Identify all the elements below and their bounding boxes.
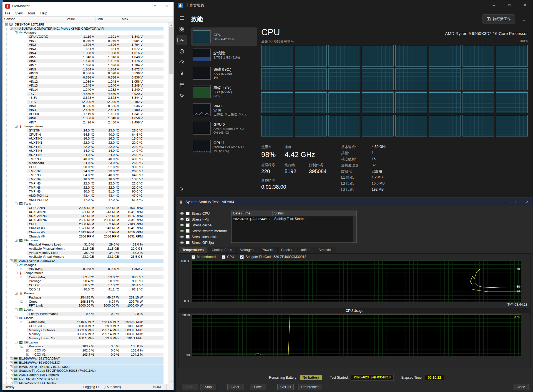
tree-row-sensor[interactable]: PPT Limit1000.00 W1000.00 W1000.00 W: [2, 304, 169, 308]
tree-row-category[interactable]: -Fans: [2, 202, 169, 206]
close-icon[interactable]: ✕: [161, 2, 174, 10]
tree-row-category[interactable]: -Powers: [2, 291, 169, 295]
tree-row-sensor[interactable]: TMPIN364.0 °C40.0 °C64.0 °C: [2, 173, 169, 177]
expand-icon[interactable]: +: [10, 361, 12, 364]
expand-icon[interactable]: +: [21, 321, 23, 323]
tree-row-device[interactable]: -AMD Ryzen 9 9950X3D2: [2, 259, 169, 263]
save-button[interactable]: Save: [250, 384, 266, 390]
log-column-datetime[interactable]: Date / Time: [232, 211, 273, 216]
tree-row-sensor[interactable]: VIN121.056 V1.048 V1.056 V: [2, 80, 169, 84]
tree-row-sensor[interactable]: CPU VCORE1.119 V1.101 V1.341 V: [2, 35, 169, 39]
tree-row-sensor[interactable]: Available Virtual Memory23.2 GB23.1 GB23…: [2, 255, 169, 259]
tree-row-sensor[interactable]: AUXTIN222.0 °C22.0 °C22.0 °C: [2, 145, 169, 149]
tree-row-sensor[interactable]: CPU2000 RPM562 RPM2163 RPM: [2, 222, 169, 226]
collapse-icon[interactable]: -: [15, 341, 17, 343]
tab-unified[interactable]: Unified: [296, 247, 314, 253]
tree-row-sensor[interactable]: Available Physical Mem...21.5 GB21.5 GB2…: [2, 247, 169, 251]
checkbox-checked[interactable]: ✓: [192, 255, 195, 259]
tree-row-device[interactable]: +AMD Radeon(TM) Graphics: [2, 373, 169, 377]
column-value[interactable]: Value: [65, 17, 96, 22]
expand-icon[interactable]: +: [10, 357, 12, 360]
tree-row-sensor[interactable]: Mainboard24.0 °C23.0 °C26.0 °C: [2, 161, 169, 165]
tree-row-sensor[interactable]: +12V12.096 V12.096 V12.192 V: [2, 100, 169, 104]
tree-row-sensor[interactable]: AMD PCH #247.0 °C47.0 °C51.8 °C: [2, 198, 169, 202]
tree-row-sensor[interactable]: +Cores (Max)4519.5 MHz4354.8 MHz5649.9 M…: [2, 320, 169, 324]
tree-row-sensor[interactable]: CPUFANIN2000 RPM562 RPM2163 RPM: [2, 206, 169, 210]
tree-row-sensor[interactable]: +CCX #0102.8 %0.0 %103.4 %: [2, 348, 169, 353]
perf-list-item-disk0[interactable]: 磁碟 0 (C:)SSD (NVMe)1%: [191, 64, 257, 82]
collapse-icon[interactable]: -: [15, 264, 17, 266]
tree-row-sensor[interactable]: AUXFANIN11521 RPM643 RPM1541 RPM: [2, 210, 169, 214]
tree-row-sensor[interactable]: SYSTIN24.0 °C23.0 °C26.0 °C: [2, 128, 169, 133]
tree-row-sensor[interactable]: VIN71.696 V1.696 V1.704 V: [2, 63, 169, 67]
minimize-icon[interactable]: ─: [499, 198, 511, 206]
tree-row-sensor[interactable]: CCD #190.0 °C41.1 °C92.1 °C: [2, 287, 169, 292]
log-column-status[interactable]: Status: [273, 211, 356, 216]
collapse-icon[interactable]: -: [15, 317, 17, 319]
tree-row-sensor[interactable]: +CCX #1103.7 %0.0 %104.2 %: [2, 353, 169, 357]
tree-row-device[interactable]: +BL.9BWWA.439 (490441BC): [2, 361, 169, 365]
tree-row-sensor[interactable]: Chassis #31521 RPM643 RPM1541 RPM: [2, 226, 169, 230]
scroll-down-icon[interactable]: ▼: [169, 379, 174, 384]
tree-row-device[interactable]: +BIWIN X570 2TB (2517101304353): [2, 365, 169, 369]
perf-list-item-gpu1[interactable]: GPU 1NVIDIA GeForce RTX...7% (28 °C): [191, 137, 257, 156]
collapse-icon[interactable]: -: [15, 125, 17, 128]
start-button[interactable]: Start: [182, 384, 198, 390]
tree-row-sensor[interactable]: Package90.4 °C50.9 °C90.5 °C: [2, 279, 169, 283]
rail-item-details[interactable]: [176, 80, 187, 90]
expand-icon[interactable]: +: [21, 268, 23, 270]
tab-clocks[interactable]: Clocks: [277, 247, 296, 253]
tree-row-sensor[interactable]: VIN91.664 V1.664 V1.672 V: [2, 67, 169, 72]
resize-grip[interactable]: [166, 384, 174, 390]
tree-row-sensor[interactable]: VIN61.176 V1.152 V1.176 V: [2, 59, 169, 63]
tree-row-device[interactable]: -DESKTOP-LD71ERI: [2, 22, 169, 27]
tree-row-sensor[interactable]: CCD #088.5 °C37.3 °C91.1 °C: [2, 283, 169, 287]
tree-row-sensor[interactable]: -Processor103.2 %3.5 %103.8 %: [2, 344, 169, 348]
menu-help[interactable]: Help: [38, 11, 50, 15]
tree-row-sensor[interactable]: TMPIN622.0 °C22.0 °C22.0 °C: [2, 186, 169, 190]
tree-row-sensor[interactable]: Package254.75 W49.57 W259.15 W: [2, 295, 169, 300]
checkbox-unchecked[interactable]: [186, 241, 190, 244]
tree-row-sensor[interactable]: VIN10.976 V0.976 V0.984 V: [2, 39, 169, 43]
rail-item-startup-apps[interactable]: [176, 57, 187, 67]
collapse-icon[interactable]: -: [10, 27, 12, 30]
checkbox-unchecked[interactable]: [186, 229, 190, 233]
perf-list-item-gpu0[interactable]: GPU 0AMD Radeon(TM) Gr...0% (46 °C): [191, 119, 257, 137]
tree-row-sensor[interactable]: VIN131.248 V1.240 V1.248 V: [2, 84, 169, 88]
collapse-icon[interactable]: -: [5, 23, 8, 26]
tree-row-sensor[interactable]: VIN41.008 V1.008 V1.016 V: [2, 51, 169, 55]
maximize-icon[interactable]: □: [149, 2, 161, 10]
tree-row-sensor[interactable]: VIN51.040 V1.016 V1.040 V: [2, 55, 169, 59]
tree-row-sensor[interactable]: Chassis #62606 RPM2036 RPM2631 RPM: [2, 234, 169, 239]
tab-statistics[interactable]: Statistics: [315, 247, 336, 253]
scroll-up-icon[interactable]: ▲: [169, 22, 174, 27]
tree-row-sensor[interactable]: VIN30.536 V0.536 V0.536 V: [2, 104, 169, 108]
rail-item-users[interactable]: [176, 69, 187, 79]
minimize-icon[interactable]: ─: [137, 2, 149, 10]
more-options-button[interactable]: …: [519, 16, 528, 23]
tree-row-sensor[interactable]: +Cores198.53 W6.24 W202.76 W: [2, 300, 169, 304]
collapse-icon[interactable]: -: [15, 272, 17, 274]
tree-row-sensor[interactable]: +Cores (Max)89.7 °C39.0 °C89.9 °C: [2, 275, 169, 279]
collapse-icon[interactable]: -: [15, 203, 17, 205]
clear-button[interactable]: Clear: [227, 384, 243, 390]
minimize-icon[interactable]: ─: [486, 0, 502, 10]
tree-row-category[interactable]: -Voltages: [2, 263, 169, 267]
expand-icon[interactable]: +: [10, 382, 12, 384]
checkbox-checked[interactable]: ✓: [222, 255, 225, 259]
maximize-icon[interactable]: □: [511, 198, 522, 206]
tab-temperatures[interactable]: Temperatures: [178, 247, 207, 253]
tree-row-sensor[interactable]: CPU BCLK100.0 MHz99.9 MHz100.2 MHz: [2, 324, 169, 328]
close-button[interactable]: Close: [513, 384, 529, 390]
tree-row-sensor[interactable]: AUXTIN122.0 °C22.0 °C22.0 °C: [2, 141, 169, 145]
log-scrollbar[interactable]: [353, 216, 356, 242]
collapse-icon[interactable]: -: [15, 292, 17, 295]
tree-row-sensor[interactable]: AUXTIN424.0 °C24.0 °C25.0 °C: [2, 153, 169, 157]
tree-row-sensor[interactable]: VIN72.496 V2.480 V2.496 V: [2, 120, 169, 125]
close-icon[interactable]: ✕: [517, 0, 533, 10]
tree-row-sensor[interactable]: VIN110.536 V0.536 V0.536 V: [2, 75, 169, 80]
rail-item-processes[interactable]: [176, 24, 187, 34]
tree-row-sensor[interactable]: Memory Base CLK100.1 MHz99.9 MHz101.1 MH…: [2, 336, 169, 340]
column-max[interactable]: Max: [120, 17, 143, 22]
expand-icon[interactable]: +: [26, 349, 29, 352]
